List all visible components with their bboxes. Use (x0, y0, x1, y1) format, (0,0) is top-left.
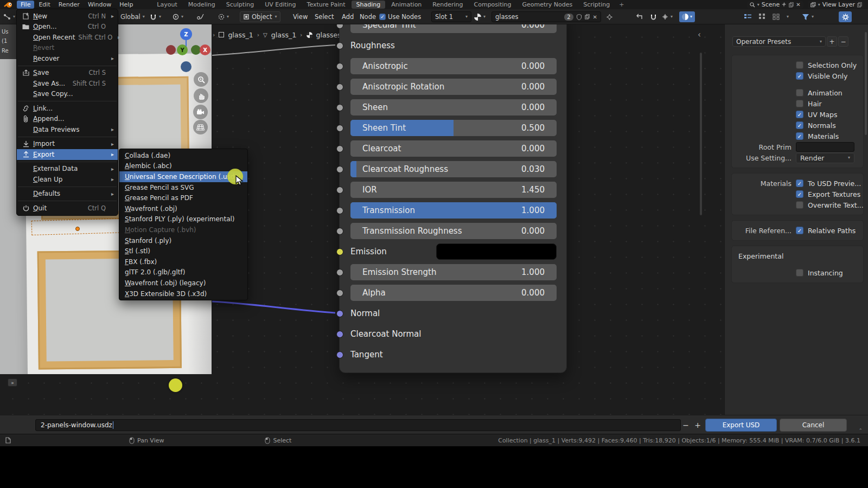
file-menu-item-external-data[interactable]: External Data▸ (17, 164, 118, 175)
menu-help[interactable]: Help (116, 1, 137, 9)
filter-toggle[interactable]: ▾ (802, 9, 814, 24)
unconnected-socket-dot[interactable] (169, 378, 182, 392)
slider-transmission[interactable]: Transmission1.000 (350, 202, 557, 219)
export-menu-item-fbx-fbx[interactable]: FBX (.fbx) (119, 256, 247, 267)
snap-target-dropdown[interactable]: ▾ (662, 9, 673, 24)
purple-socket[interactable] (336, 310, 343, 317)
file-menu-item-quit[interactable]: QuitCtrl Q (17, 203, 118, 214)
purple-socket[interactable] (336, 331, 343, 338)
material-name-field[interactable]: glasses 2 ✕ (492, 9, 601, 24)
pan-hand-button[interactable] (194, 88, 208, 103)
gray-socket[interactable] (336, 84, 343, 91)
copy-icon[interactable] (789, 2, 794, 8)
gizmo-z-axis[interactable]: Z (180, 28, 192, 40)
export-menu-item-grease-pencil-as-pdf[interactable]: Grease Pencil as PDF (119, 192, 247, 203)
slider-clearcoat-roughness[interactable]: Clearcoat Roughness0.030 (350, 161, 557, 177)
checkbox-uv-maps[interactable]: ✓ (796, 111, 803, 118)
display-mode-horizontal-list-button[interactable] (758, 9, 766, 24)
slider-transmission-roughness[interactable]: Transmission Roughness0.000 (350, 223, 557, 239)
workspace-tab-animation[interactable]: Animation (386, 1, 426, 9)
menu-file[interactable]: File (17, 1, 34, 9)
panel-scrollbar[interactable] (865, 32, 867, 135)
checkbox-materials[interactable]: ✓ (796, 132, 803, 140)
slider-anisotropic[interactable]: Anisotropic0.000 (350, 58, 557, 74)
options-gear-toggle[interactable] (839, 9, 852, 24)
parent-node-tree-button[interactable] (636, 9, 643, 24)
gray-socket[interactable] (336, 290, 343, 297)
gray-socket[interactable] (336, 187, 343, 194)
scene-selector[interactable]: ▾ Scene ✕ (747, 1, 803, 9)
workspace-tab-layout[interactable]: Layout (152, 1, 182, 9)
expand-panel-button[interactable]: » (8, 378, 17, 387)
slider-anisotropic-rotation[interactable]: Anisotropic Rotation0.000 (350, 79, 557, 95)
gray-socket[interactable] (336, 269, 343, 276)
gizmo-y-axis[interactable]: Y (177, 44, 188, 55)
workspace-tab-geometry-nodes[interactable]: Geometry Nodes (517, 1, 577, 9)
increment-filename-button[interactable]: + (692, 419, 703, 431)
unlink-icon[interactable]: ✕ (593, 14, 597, 20)
gizmo-neg-x-axis[interactable] (166, 45, 176, 55)
file-menu-item-data-previews[interactable]: Data Previews▸ (17, 124, 118, 135)
file-menu-item-link[interactable]: Link... (17, 103, 118, 114)
users-count-badge[interactable]: 2 (564, 14, 573, 21)
workspace-tab-uv-editing[interactable]: UV Editing (260, 1, 301, 9)
text-field-root-prim[interactable] (796, 142, 854, 152)
export-menu-item-stl-stl[interactable]: Stl (.stl) (119, 246, 247, 256)
gray-socket[interactable] (336, 104, 343, 111)
workspace-tab-scripting[interactable]: Scripting (578, 1, 615, 9)
menu-window[interactable]: Window (84, 1, 115, 9)
file-menu-item-clean-up[interactable]: Clean Up▸ (17, 174, 118, 185)
proportional-edit-button[interactable]: ▾ (173, 9, 183, 24)
color-swatch[interactable] (436, 243, 557, 260)
workspace-tab-texture-paint[interactable]: Texture Paint (302, 1, 350, 9)
overlays-toggle[interactable]: ▾ (679, 9, 695, 24)
sort-dropdown[interactable]: ▾ (787, 9, 789, 24)
add-workspace-button[interactable]: + (616, 1, 627, 9)
perspective-grid-button[interactable] (193, 120, 208, 134)
falloff-button[interactable] (196, 9, 204, 24)
workspace-tab-sculpting[interactable]: Sculpting (221, 1, 259, 9)
export-menu-item-gltf-2-0-glb-gltf[interactable]: glTF 2.0 (.glb/.gltf) (119, 267, 247, 278)
decrement-filename-button[interactable]: − (680, 419, 691, 431)
yellow-socket[interactable] (336, 248, 343, 255)
checkbox-relative-paths[interactable]: ✓ (796, 227, 803, 234)
file-menu-item-recover[interactable]: Recover▸ (17, 53, 118, 64)
gray-socket[interactable] (336, 42, 343, 49)
file-menu-item-open[interactable]: Open...Ctrl O (17, 22, 118, 33)
breadcrumb-item[interactable]: glass_1 (228, 31, 253, 39)
menu-node[interactable]: Node (360, 9, 376, 24)
workspace-tab-rendering[interactable]: Rendering (427, 1, 468, 9)
slider-sheen-tint[interactable]: Sheen Tint0.500 (350, 120, 557, 136)
checkbox-visible-only[interactable]: ✓ (796, 72, 803, 80)
gray-socket[interactable] (336, 125, 343, 132)
file-menu-item-export[interactable]: Export▸ (17, 149, 118, 160)
material-slot-dropdown[interactable]: Slot 1 ▾ (431, 9, 471, 24)
export-menu-item-wavefront-obj[interactable]: Wavefront (.obj) (119, 203, 247, 214)
copy-icon[interactable] (857, 2, 862, 8)
file-menu-item-append[interactable]: Append... (17, 114, 118, 125)
menu-select[interactable]: Select (315, 9, 334, 24)
value-field-ior[interactable]: IOR1.450 (350, 182, 557, 198)
transform-orientation-dropdown[interactable]: Global ▾ (120, 9, 145, 24)
breadcrumb-item[interactable]: glass_1 (271, 31, 296, 39)
pivot-point-dropdown[interactable]: ▾ (218, 9, 229, 24)
export-menu-item-grease-pencil-as-svg[interactable]: Grease Pencil as SVG (119, 182, 247, 193)
export-menu-item-x3d-extensible-3d-x3d[interactable]: X3D Extensible 3D (.x3d) (119, 288, 247, 299)
menu-add[interactable]: Add (342, 9, 354, 24)
file-menu-item-new[interactable]: NewCtrl N▸ (17, 11, 118, 22)
zoom-button[interactable] (194, 72, 208, 87)
operator-presets-dropdown[interactable]: Operator Presets ▾ (732, 36, 826, 47)
collapse-panel-icon[interactable]: ‹ (698, 30, 701, 40)
node-editor-scrollbar[interactable] (700, 53, 702, 215)
principled-bsdf-node[interactable]: Specular Tint0.000RoughnessAnisotropic0.… (339, 24, 567, 373)
display-mode-vertical-list-button[interactable] (744, 9, 752, 24)
export-menu-item-stanford-ply[interactable]: Stanford (.ply) (119, 235, 247, 246)
snap-magnet-button[interactable]: ▾ (150, 9, 161, 24)
use-nodes-checkbox[interactable]: ✓ Use Nodes (379, 9, 421, 24)
gray-socket[interactable] (336, 166, 343, 173)
gray-socket[interactable] (336, 24, 343, 29)
export-menu-item-universal-scene-description-usd[interactable]: Universal Scene Description (.usd*) (119, 171, 247, 182)
purple-socket[interactable] (336, 351, 343, 358)
checkbox-selection-only[interactable] (796, 61, 803, 69)
workspace-tab-shading[interactable]: Shading (352, 1, 386, 9)
